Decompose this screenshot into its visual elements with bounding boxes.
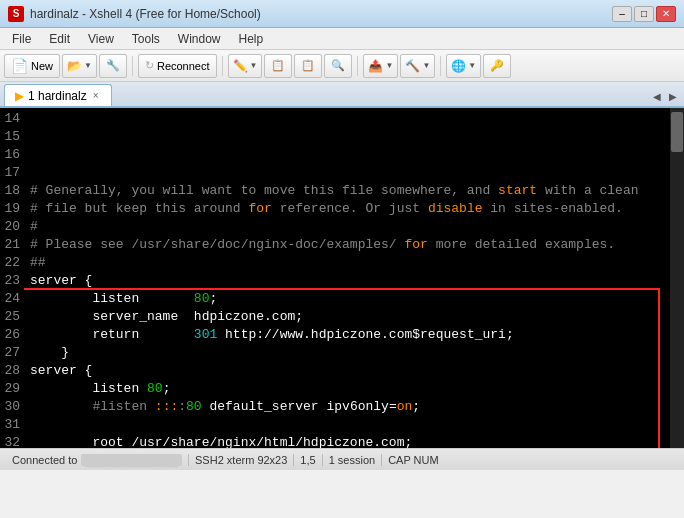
separator-4 [440, 56, 441, 76]
tools-icon: 🔨 [405, 59, 420, 73]
line-number-22: 22 [4, 254, 20, 272]
scrollbar[interactable] [670, 108, 684, 448]
line-number-18: 18 [4, 182, 20, 200]
menu-item-tools[interactable]: Tools [124, 30, 168, 48]
paste-icon: 📋 [301, 59, 315, 72]
line-number-27: 27 [4, 344, 20, 362]
copy-button[interactable]: 📋 [264, 54, 292, 78]
status-connected: Connected to ████████████ [6, 454, 189, 466]
transfer-arrow: ▼ [385, 61, 393, 70]
line-number-28: 28 [4, 362, 20, 380]
open-dropdown[interactable]: 📂 ▼ [62, 54, 97, 78]
tools-dropdown[interactable]: 🔨 ▼ [400, 54, 435, 78]
new-icon: 📄 [11, 58, 28, 74]
compose-icon: ✏️ [233, 59, 248, 73]
net-arrow: ▼ [468, 61, 476, 70]
transfer-dropdown[interactable]: 📤 ▼ [363, 54, 398, 78]
line-number-15: 15 [4, 128, 20, 146]
line-number-31: 31 [4, 416, 20, 434]
tab-bar: ▶ 1 hardinalz × ◀ ▶ [0, 82, 684, 108]
line-number-25: 25 [4, 308, 20, 326]
window-title: hardinalz - Xshell 4 (Free for Home/Scho… [30, 7, 261, 21]
code-line-28: root /usr/share/nginx/html/hdpiczone.com… [30, 434, 664, 448]
code-line-18: ## [30, 254, 664, 272]
new-label: New [31, 60, 53, 72]
menu-item-help[interactable]: Help [231, 30, 272, 48]
title-bar-left: S hardinalz - Xshell 4 (Free for Home/Sc… [8, 6, 261, 22]
line-number-16: 16 [4, 146, 20, 164]
status-position: 1,5 [294, 454, 322, 466]
search-icon: 🔍 [331, 59, 345, 72]
code-line-16: # [30, 218, 664, 236]
line-numbers: 1415161718192021222324252627282930313233… [0, 108, 24, 448]
code-line-22: return 301 http://www.hdpiczone.com$requ… [30, 326, 664, 344]
status-bar: Connected to ████████████ SSH2 xterm 92x… [0, 448, 684, 470]
menu-item-view[interactable]: View [80, 30, 122, 48]
menu-item-window[interactable]: Window [170, 30, 229, 48]
tab-nav: ◀ ▶ [650, 89, 680, 106]
line-number-21: 21 [4, 236, 20, 254]
menu-item-file[interactable]: File [4, 30, 39, 48]
code-line-19: server { [30, 272, 664, 290]
paste-button[interactable]: 📋 [294, 54, 322, 78]
code-line-17: # Please see /usr/share/doc/nginx-doc/ex… [30, 236, 664, 254]
tab-prev-button[interactable]: ◀ [650, 89, 664, 104]
status-protocol: SSH2 xterm 92x23 [189, 454, 294, 466]
code-line-25: listen 80; [30, 380, 664, 398]
transfer-icon: 📤 [368, 59, 383, 73]
app-icon: S [8, 6, 24, 22]
compose-dropdown[interactable]: ✏️ ▼ [228, 54, 263, 78]
window-controls: – □ ✕ [612, 6, 676, 22]
line-number-24: 24 [4, 290, 20, 308]
line-number-20: 20 [4, 218, 20, 236]
net-dropdown[interactable]: 🌐 ▼ [446, 54, 481, 78]
line-number-32: 32 [4, 434, 20, 448]
menu-item-edit[interactable]: Edit [41, 30, 78, 48]
line-number-30: 30 [4, 398, 20, 416]
code-line-20: listen 80; [30, 290, 664, 308]
line-number-14: 14 [4, 110, 20, 128]
menu-bar: FileEditViewToolsWindowHelp [0, 28, 684, 50]
net-icon: 🌐 [451, 59, 466, 73]
toolbar: 📄 New 📂 ▼ 🔧 ↻ Reconnect ✏️ ▼ 📋 📋 🔍 📤 ▼ 🔨… [0, 50, 684, 82]
reconnect-button[interactable]: ↻ Reconnect [138, 54, 217, 78]
code-line-15: # file but keep this around for referenc… [30, 200, 664, 218]
code-line-24: server { [30, 362, 664, 380]
minimize-button[interactable]: – [612, 6, 632, 22]
open-dropdown-arrow: ▼ [84, 61, 92, 70]
code-content[interactable]: # Generally, you will want to move this … [24, 108, 670, 448]
properties-icon: 🔧 [106, 59, 120, 72]
separator-2 [222, 56, 223, 76]
new-button[interactable]: 📄 New [4, 54, 60, 78]
line-number-19: 19 [4, 200, 20, 218]
line-number-23: 23 [4, 272, 20, 290]
folder-icon: 📂 [67, 59, 82, 73]
tab-hardinalz[interactable]: ▶ 1 hardinalz × [4, 84, 112, 106]
tab-icon: ▶ [15, 89, 24, 103]
separator-1 [132, 56, 133, 76]
status-caps: CAP NUM [382, 454, 445, 466]
title-bar: S hardinalz - Xshell 4 (Free for Home/Sc… [0, 0, 684, 28]
code-line-26: #listen ::::80 default_server ipv6only=o… [30, 398, 664, 416]
scrollbar-thumb[interactable] [671, 112, 683, 152]
compose-arrow: ▼ [250, 61, 258, 70]
maximize-button[interactable]: □ [634, 6, 654, 22]
tab-next-button[interactable]: ▶ [666, 89, 680, 104]
terminal-area: 1415161718192021222324252627282930313233… [0, 108, 684, 448]
code-line-21: server_name hdpiczone.com; [30, 308, 664, 326]
key-button[interactable]: 🔑 [483, 54, 511, 78]
line-number-26: 26 [4, 326, 20, 344]
line-number-29: 29 [4, 380, 20, 398]
code-line-27 [30, 416, 664, 434]
close-button[interactable]: ✕ [656, 6, 676, 22]
properties-button[interactable]: 🔧 [99, 54, 127, 78]
search-button[interactable]: 🔍 [324, 54, 352, 78]
tab-label: 1 hardinalz [28, 89, 87, 103]
line-number-17: 17 [4, 164, 20, 182]
key-icon: 🔑 [490, 59, 504, 72]
tab-close-button[interactable]: × [91, 90, 101, 101]
reconnect-label: Reconnect [157, 60, 210, 72]
separator-3 [357, 56, 358, 76]
copy-icon: 📋 [271, 59, 285, 72]
status-sessions: 1 session [323, 454, 382, 466]
